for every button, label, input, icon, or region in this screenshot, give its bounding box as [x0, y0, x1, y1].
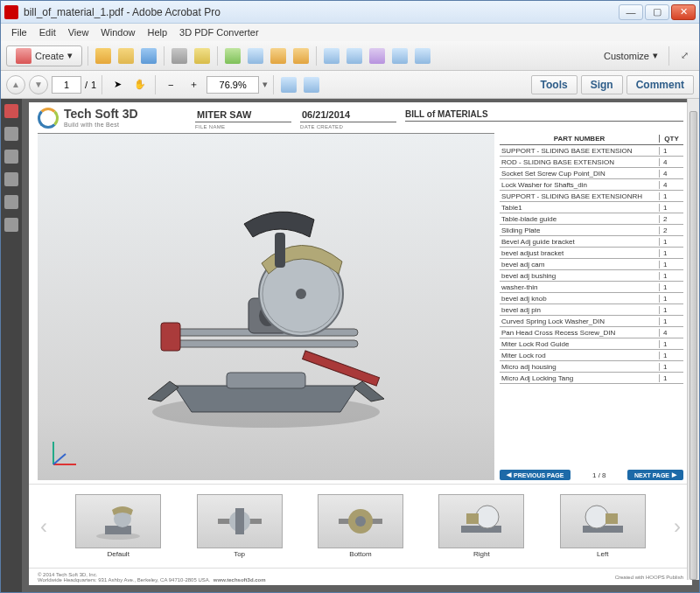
table-row[interactable]: Bevel Adj guide bracket1: [500, 236, 683, 248]
prev-page-button[interactable]: ◀PREVIOUS PAGE: [500, 470, 570, 480]
tool-i-button[interactable]: [413, 46, 432, 66]
fit-width-button[interactable]: [302, 75, 321, 94]
minimize-button[interactable]: —: [619, 4, 643, 20]
page-number-input[interactable]: [52, 76, 81, 94]
pdf-page: Tech Soft 3D Build with the Best MITER S…: [29, 102, 692, 585]
zoom-out-button[interactable]: −: [161, 75, 180, 94]
menu-edit[interactable]: Edit: [34, 27, 61, 38]
email-button[interactable]: [192, 46, 212, 66]
view-thumb-left[interactable]: Left: [560, 494, 646, 558]
next-page-button[interactable]: NEXT PAGE▶: [627, 470, 683, 480]
folder-button[interactable]: [116, 46, 136, 66]
3d-viewer[interactable]: [38, 133, 494, 480]
thumbs-next-button[interactable]: ›: [669, 496, 685, 557]
menu-view[interactable]: View: [63, 27, 94, 38]
customize-button[interactable]: Customize▾: [598, 50, 663, 61]
page-down-button[interactable]: ▼: [29, 75, 48, 94]
table-row[interactable]: Table-blade guide2: [500, 213, 683, 225]
col-qty: QTY: [659, 135, 683, 143]
minus-icon: −: [168, 80, 173, 90]
page-up-button[interactable]: ▲: [6, 75, 25, 94]
menu-file[interactable]: File: [6, 27, 32, 38]
tool-c-button[interactable]: [269, 46, 288, 66]
table-row[interactable]: bevel adj pin1: [500, 304, 683, 316]
dropdown-arrow-icon[interactable]: ▾: [262, 79, 268, 90]
table-row[interactable]: Sliding Plate2: [500, 225, 683, 236]
close-button[interactable]: ✕: [671, 4, 696, 20]
layers-panel-icon[interactable]: [4, 218, 18, 232]
folder-icon: [118, 48, 134, 64]
vertical-scrollbar[interactable]: [687, 99, 699, 580]
table-row[interactable]: SUPPORT - SLIDING BASE EXTENSIONRH1: [500, 191, 683, 202]
thumbnails-panel-icon[interactable]: [4, 104, 18, 118]
svg-rect-29: [606, 513, 618, 524]
attachments-panel-icon[interactable]: [4, 172, 18, 186]
content-area: Tech Soft 3D Build with the Best MITER S…: [1, 99, 699, 592]
signatures-panel-icon[interactable]: [4, 195, 18, 209]
tool-a-icon: [225, 48, 241, 64]
tool-g-button[interactable]: [368, 46, 387, 66]
tool-a-button[interactable]: [223, 46, 242, 66]
table-row[interactable]: Curved Spring Lock Washer_DIN1: [500, 316, 683, 327]
expand-button[interactable]: ⤢: [675, 46, 694, 66]
part-cell: Miter Lock Rod Guide: [500, 340, 659, 348]
table-row[interactable]: washer-thin1: [500, 282, 683, 293]
qty-cell: 4: [659, 170, 683, 178]
fit-page-button[interactable]: [279, 75, 298, 94]
thumbs-prev-button[interactable]: ‹: [36, 496, 52, 557]
separator: [102, 75, 102, 94]
bom-header-row: PART NUMBER QTY: [500, 133, 683, 145]
part-cell: ROD - SLIDING BASE EXTENSION: [500, 158, 659, 166]
maximize-button[interactable]: ▢: [645, 4, 669, 20]
table-row[interactable]: Table11: [500, 202, 683, 213]
app-window: bill_of_material_1.pdf - Adobe Acrobat P…: [0, 0, 700, 593]
table-row[interactable]: Miter Lock Rod Guide1: [500, 338, 683, 350]
svg-rect-3: [174, 340, 358, 347]
menu-window[interactable]: Window: [95, 27, 140, 38]
table-row[interactable]: Micro adj housing1: [500, 361, 683, 373]
table-row[interactable]: Miter Lock rod1: [500, 350, 683, 361]
tool-h-button[interactable]: [390, 46, 410, 66]
table-row[interactable]: ROD - SLIDING BASE EXTENSION4: [500, 157, 683, 168]
titlebar[interactable]: bill_of_material_1.pdf - Adobe Acrobat P…: [1, 1, 699, 24]
view-thumb-default[interactable]: Default: [75, 494, 161, 558]
table-row[interactable]: Micro Adj Locking Tang1: [500, 373, 683, 384]
tab-tools[interactable]: Tools: [531, 75, 578, 94]
zoom-input[interactable]: [206, 76, 259, 94]
open-button[interactable]: [94, 46, 113, 66]
tab-comment[interactable]: Comment: [626, 75, 694, 94]
tab-sign[interactable]: Sign: [581, 75, 623, 94]
view-thumb-bottom[interactable]: Bottom: [318, 494, 403, 558]
date-value: 06/21/2014: [300, 108, 396, 122]
table-row[interactable]: bevel adj bushing1: [500, 270, 683, 282]
tool-b-button[interactable]: [246, 46, 265, 66]
bom-pager: ◀PREVIOUS PAGE 1 / 8 NEXT PAGE▶: [500, 470, 683, 480]
table-row[interactable]: Pan Head Cross Recess Screw_DIN4: [500, 327, 683, 338]
svg-rect-1: [227, 373, 305, 388]
meta-date: 06/21/2014 DATE CREATED: [300, 108, 396, 129]
tool-e-button[interactable]: [322, 46, 341, 66]
menu-help[interactable]: Help: [142, 27, 172, 38]
view-thumb-top[interactable]: Top: [197, 494, 283, 558]
print-button[interactable]: [170, 46, 189, 66]
pages-panel-icon[interactable]: [4, 127, 18, 141]
view-thumb-right[interactable]: Right: [438, 494, 524, 558]
create-button[interactable]: Create ▾: [6, 45, 82, 66]
page-sep: /: [85, 80, 88, 90]
menu-3d-pdf-converter[interactable]: 3D PDF Converter: [174, 27, 263, 38]
save-button[interactable]: [139, 46, 158, 66]
table-row[interactable]: SUPPORT - SLIDING BASE EXTENSION1: [500, 145, 683, 157]
tool-f-button[interactable]: [345, 46, 364, 66]
table-row[interactable]: Socket Set Screw Cup Point_DIN4: [500, 168, 683, 179]
zoom-in-button[interactable]: ＋: [184, 75, 203, 94]
table-row[interactable]: bevel adj knob1: [500, 293, 683, 304]
part-cell: Curved Spring Lock Washer_DIN: [500, 317, 659, 325]
table-row[interactable]: bevel adj cam1: [500, 259, 683, 270]
table-row[interactable]: Lock Washer for Shafts_din4: [500, 179, 683, 191]
bookmarks-panel-icon[interactable]: [4, 150, 18, 164]
thumb-label: Top: [234, 550, 245, 558]
hand-tool-button[interactable]: ✋: [130, 75, 150, 94]
table-row[interactable]: bevel adjust bracket1: [500, 248, 683, 259]
select-tool-button[interactable]: ➤: [108, 75, 127, 94]
tool-d-button[interactable]: [291, 46, 311, 66]
